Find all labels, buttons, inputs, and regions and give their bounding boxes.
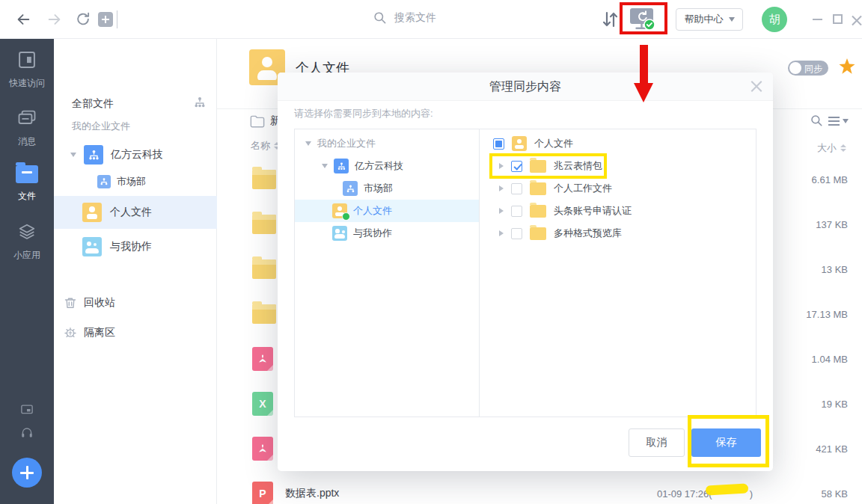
sync-manager-icon[interactable] <box>627 7 657 32</box>
sidebar-item-company[interactable]: 亿方云科技 <box>70 145 163 165</box>
dialog-title: 管理同步内容 <box>278 79 773 95</box>
source-tree-pane: 我的企业文件 亿方云科技 市场部 <box>295 129 480 417</box>
size-column-label: 大小 <box>817 141 837 155</box>
avatar-initial: 胡 <box>769 13 780 27</box>
company-icon <box>334 159 349 173</box>
rail-item-quick-access[interactable]: 快速访问 <box>0 49 54 90</box>
tree-label: 市场部 <box>364 182 393 195</box>
checklist-item-sticker-pack[interactable]: 兆云表情包 <box>480 155 756 177</box>
checklist-item-preview-library[interactable]: 多种格式预览库 <box>480 222 756 245</box>
folder-icon <box>252 259 276 279</box>
sort-icon <box>840 144 846 152</box>
save-button[interactable]: 保存 <box>691 428 761 457</box>
search-input[interactable]: 搜索文件 <box>373 10 436 25</box>
checklist-label: 个人文件 <box>534 137 573 150</box>
checkbox-indeterminate[interactable] <box>493 138 504 150</box>
pdf-file-icon <box>252 347 273 371</box>
app-window: 搜索文件 帮助中心 胡 快速访问 消息 <box>0 0 862 504</box>
back-icon[interactable] <box>15 11 31 28</box>
top-toolbar: 搜索文件 帮助中心 胡 <box>0 0 862 39</box>
tree-item-personal-files-selected[interactable]: 个人文件 <box>295 200 479 222</box>
new-folder-button[interactable]: 新 <box>249 114 281 129</box>
column-header-name[interactable]: 名称 <box>251 139 280 153</box>
sidebar-item-collab[interactable]: 与我协作 <box>82 237 152 256</box>
quick-access-icon <box>16 49 37 70</box>
rail-item-messages[interactable]: 消息 <box>0 108 54 148</box>
file-badge-letter: P <box>259 488 266 500</box>
sidebar-item-personal-files[interactable]: 个人文件 <box>82 203 152 222</box>
rail-label: 消息 <box>0 135 54 148</box>
file-size: 137 KB <box>816 219 848 230</box>
tree-item-collab[interactable]: 与我协作 <box>295 222 479 245</box>
sync-toggle[interactable]: 同步 <box>788 61 828 76</box>
rail-label: 文件 <box>0 190 54 203</box>
checklist-item-toutiao[interactable]: 头条账号申请认证 <box>480 200 756 222</box>
tree-item-marketing[interactable]: 市场部 <box>295 177 479 200</box>
file-row[interactable]: P 数据表.pptx 01-09 17:26() 58 KB <box>217 471 862 504</box>
headset-icon[interactable] <box>20 426 34 440</box>
checkbox-unchecked[interactable] <box>511 228 522 239</box>
dialog-instruction: 请选择你需要同步到本地的内容: <box>294 107 433 120</box>
quarantine-label: 隔离区 <box>84 326 115 339</box>
checklist-label: 兆云表情包 <box>554 159 602 173</box>
new-tab-button[interactable] <box>98 12 113 27</box>
rail-item-apps[interactable]: 小应用 <box>0 221 54 262</box>
name-column-label: 名称 <box>251 139 270 153</box>
sync-toggle-label: 同步 <box>804 63 822 76</box>
caret-down-icon <box>70 153 76 157</box>
list-search-icon[interactable] <box>810 114 823 127</box>
personal-files-icon <box>332 203 347 218</box>
tree-item-company[interactable]: 亿方云科技 <box>295 155 479 177</box>
checkbox-checked[interactable] <box>511 161 522 172</box>
sidebar-item-recycle-bin[interactable]: 回收站 <box>64 296 115 310</box>
folder-icon <box>530 227 546 240</box>
new-folder-icon <box>249 114 266 129</box>
forward-icon[interactable] <box>46 11 63 28</box>
favorite-star-icon[interactable] <box>839 58 855 75</box>
manage-sync-dialog: 管理同步内容 请选择你需要同步到本地的内容: 我的企业文件 亿方云科技 <box>278 73 773 471</box>
close-window-button[interactable] <box>852 14 862 25</box>
rail-item-files[interactable]: 文件 <box>0 163 54 203</box>
dialog-close-icon[interactable] <box>751 80 762 92</box>
collab-icon <box>332 226 347 241</box>
checkbox-unchecked[interactable] <box>511 183 522 194</box>
checklist-item-personal-work[interactable]: 个人工作文件 <box>480 177 756 200</box>
avatar[interactable]: 胡 <box>762 7 787 32</box>
company-icon <box>84 145 103 165</box>
sidebar-item-all-files[interactable]: 全部文件 <box>72 97 114 111</box>
collab-icon <box>82 237 102 256</box>
enterprise-section-label: 我的企业文件 <box>72 120 130 133</box>
file-size: 19 KB <box>822 399 848 410</box>
files-sidebar: 全部文件 我的企业文件 亿方云科技 市场部 个人文件 与我协作 <box>54 39 217 504</box>
rail-label: 小应用 <box>0 249 54 262</box>
desktop-device-icon[interactable] <box>20 404 34 417</box>
view-options-button[interactable] <box>828 117 849 126</box>
file-size: 421 KB <box>816 443 848 455</box>
checklist-label: 个人工作文件 <box>554 182 612 195</box>
maximize-button[interactable] <box>833 14 843 24</box>
cancel-button[interactable]: 取消 <box>629 428 685 457</box>
checkbox-unchecked[interactable] <box>511 206 522 217</box>
personal-files-icon <box>512 136 527 151</box>
column-header-size[interactable]: 大小 <box>817 141 846 155</box>
org-structure-icon[interactable] <box>193 96 207 109</box>
tree-item-enterprise-root[interactable]: 我的企业文件 <box>295 132 479 155</box>
refresh-icon[interactable] <box>75 11 91 28</box>
add-button[interactable] <box>12 458 42 488</box>
transfer-list-icon[interactable] <box>601 10 619 29</box>
sidebar-section-enterprise[interactable]: 我的企业文件 <box>72 120 130 133</box>
caret-right-icon <box>499 230 504 236</box>
minimize-button[interactable] <box>813 19 822 20</box>
caret-down-icon <box>305 141 311 146</box>
file-name: 数据表.pptx <box>285 487 339 500</box>
checklist-item-personal-files[interactable]: 个人文件 <box>480 132 756 155</box>
trash-icon <box>64 296 77 310</box>
ppt-file-icon: P <box>252 482 273 504</box>
tab-caret <box>117 10 117 28</box>
help-center-button[interactable]: 帮助中心 <box>676 8 743 31</box>
dialog-header: 管理同步内容 <box>278 73 773 101</box>
file-size: 17.13 MB <box>806 309 848 320</box>
sidebar-item-marketing[interactable]: 市场部 <box>97 175 146 188</box>
sidebar-item-quarantine[interactable]: 隔离区 <box>64 326 115 339</box>
search-placeholder: 搜索文件 <box>394 11 436 25</box>
